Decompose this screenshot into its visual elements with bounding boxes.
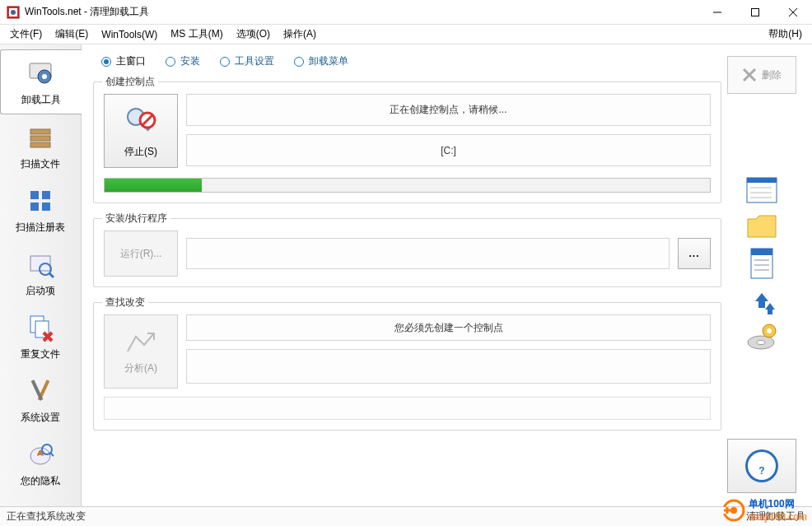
menu-help[interactable]: 帮助(H) [762, 25, 809, 44]
svg-point-9 [42, 74, 47, 79]
find-changes-details [186, 349, 711, 384]
window-list-icon [745, 176, 778, 204]
window-title: WinTools.net - 清理卸载工具 [25, 5, 698, 19]
status-bar: 正在查找系统改变 清理卸载工具 [0, 506, 812, 526]
menu-edit[interactable]: 编辑(E) [49, 25, 95, 44]
sidebar-item-uninstall[interactable]: 卸载工具 [0, 49, 82, 114]
group-title: 查找改变 [102, 296, 148, 310]
tab-label: 安装 [180, 54, 200, 68]
minimize-button[interactable] [698, 0, 736, 25]
menu-options[interactable]: 选项(O) [230, 25, 277, 44]
sys-settings-icon [24, 375, 57, 407]
close-icon [742, 67, 757, 82]
svg-marker-45 [755, 293, 768, 308]
close-button[interactable] [774, 0, 812, 25]
menu-file[interactable]: 文件(F) [3, 25, 49, 44]
group-title: 安装/执行程序 [102, 212, 170, 226]
tab-tool-settings[interactable]: 工具设置 [212, 53, 282, 70]
radio-icon [294, 57, 304, 67]
content: 主窗口 安装 工具设置 卸载菜单 创建控制点 [82, 44, 812, 506]
status-left: 正在查找系统改变 [7, 510, 86, 524]
delete-button-label: 删除 [762, 68, 782, 82]
tab-main-window[interactable]: 主窗口 [93, 53, 154, 70]
svg-rect-16 [42, 202, 50, 211]
program-path-input[interactable] [186, 238, 670, 269]
sidebar-item-sys-settings[interactable]: 系统设置 [0, 368, 81, 431]
privacy-icon [24, 438, 57, 471]
radio-icon [166, 57, 175, 67]
delete-button: 删除 [727, 56, 796, 94]
right-rail: 删除 ? [721, 53, 802, 498]
sidebar-item-privacy[interactable]: 您的隐私 [0, 431, 81, 495]
radio-icon [220, 57, 230, 67]
sidebar-item-label: 扫描文件 [21, 157, 60, 171]
maximize-button[interactable] [736, 0, 774, 25]
progress-bar [104, 178, 711, 193]
svg-rect-36 [747, 178, 777, 183]
svg-line-28 [50, 453, 54, 456]
document-icon [748, 247, 776, 280]
run-button: 运行(R)... [104, 230, 178, 277]
svg-rect-4 [752, 8, 759, 16]
app-icon [7, 6, 20, 19]
sidebar-item-label: 扫描注册表 [16, 221, 65, 235]
scan-registry-icon [24, 184, 57, 217]
magnifier-stop-icon [123, 104, 159, 140]
browse-button[interactable]: ... [678, 238, 711, 269]
svg-point-48 [757, 341, 765, 345]
dup-files-icon [24, 311, 57, 344]
svg-rect-12 [30, 142, 50, 147]
sidebar-item-label: 卸载工具 [21, 93, 61, 107]
group-title: 创建控制点 [102, 75, 158, 89]
tab-bar: 主窗口 安装 工具设置 卸载菜单 [93, 53, 721, 70]
svg-rect-13 [30, 191, 39, 199]
svg-text:?: ? [758, 465, 764, 477]
radio-icon [101, 57, 111, 67]
svg-marker-46 [765, 303, 775, 314]
uninstall-tool-icon [25, 57, 58, 90]
svg-point-50 [767, 328, 772, 333]
tab-uninstall-menu[interactable]: 卸载菜单 [286, 53, 357, 70]
sidebar-item-startup[interactable]: 启动项 [0, 241, 81, 305]
run-button-label: 运行(R)... [120, 247, 162, 261]
menu-mstools[interactable]: MS 工具(M) [164, 25, 229, 44]
progress-fill [105, 179, 202, 192]
svg-rect-25 [31, 379, 44, 400]
scan-files-icon [24, 121, 57, 154]
stop-button[interactable]: 停止(S) [104, 94, 178, 168]
upload-arrows-icon [745, 286, 778, 314]
status-right: 清理卸载工具 [746, 510, 805, 524]
menu-wintools[interactable]: WinTools(W) [95, 26, 164, 43]
svg-rect-15 [30, 202, 39, 211]
sidebar-item-scan-files[interactable]: 扫描文件 [0, 114, 81, 178]
analyze-button: 分析(A) [104, 314, 178, 389]
tab-install[interactable]: 安装 [157, 53, 208, 70]
help-icon: ? [744, 448, 780, 484]
startup-icon [24, 248, 57, 281]
tab-label: 工具设置 [235, 54, 274, 68]
sidebar-item-label: 系统设置 [21, 411, 60, 425]
menu-operate[interactable]: 操作(A) [277, 25, 323, 44]
title-bar: WinTools.net - 清理卸载工具 [0, 0, 812, 25]
drive-label: [C:] [186, 134, 711, 166]
sidebar-item-scan-registry[interactable]: 扫描注册表 [0, 178, 81, 241]
stop-button-label: 停止(S) [124, 145, 157, 159]
tab-label: 主窗口 [116, 54, 146, 68]
main-area: 卸载工具 扫描文件 扫描注册表 启动项 重复文件 [0, 44, 812, 506]
group-find-changes: 查找改变 分析(A) 您必须先创建一个控制点 [93, 302, 721, 431]
group-create-control-point: 创建控制点 停止(S) 正在创建控制点，请稍候... [C:] [93, 81, 721, 203]
tab-label: 卸载菜单 [309, 54, 348, 68]
help-button[interactable]: ? [727, 439, 796, 493]
analyze-button-label: 分析(A) [124, 361, 157, 375]
sidebar-item-label: 启动项 [26, 284, 55, 298]
results-placeholder [104, 397, 711, 420]
sidebar-item-dup-files[interactable]: 重复文件 [0, 305, 81, 368]
sidebar-item-label: 重复文件 [21, 347, 60, 361]
sidebar-item-label: 您的隐私 [21, 474, 60, 488]
svg-rect-11 [30, 136, 50, 141]
svg-rect-41 [751, 249, 772, 255]
svg-point-2 [11, 10, 16, 15]
folder-icon [744, 211, 779, 240]
svg-rect-10 [30, 129, 50, 134]
status-message: 正在创建控制点，请稍候... [186, 94, 711, 126]
